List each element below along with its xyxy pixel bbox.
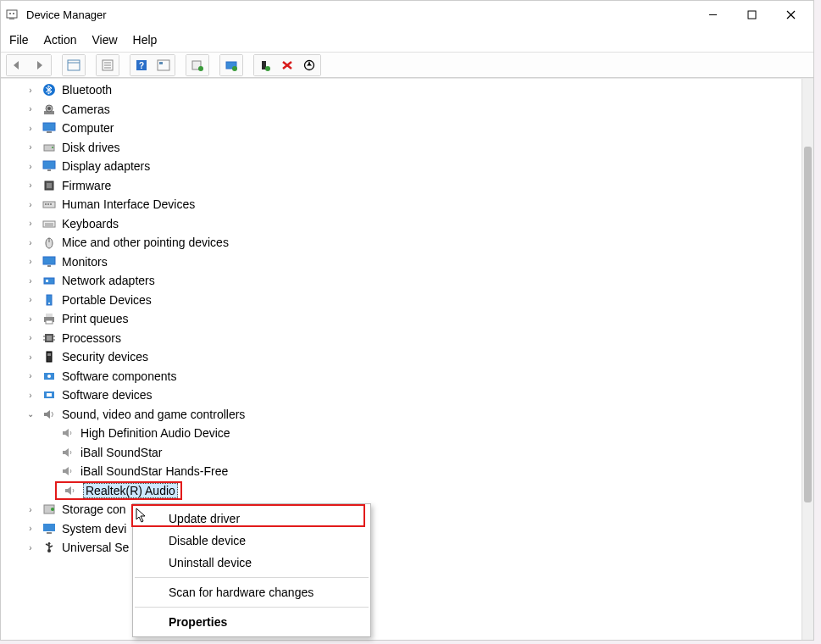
firmware-icon xyxy=(42,178,57,193)
svg-point-67 xyxy=(47,375,51,378)
tree-category[interactable]: ›Mice and other pointing devices xyxy=(1,233,802,253)
tree-label: Monitors xyxy=(62,255,108,269)
toolbar-enable-device-button[interactable] xyxy=(254,55,276,75)
toolbar-help-button[interactable]: ? xyxy=(130,55,153,75)
toolbar-back-button[interactable] xyxy=(7,55,29,75)
expand-icon[interactable]: › xyxy=(25,314,36,324)
expand-icon[interactable]: › xyxy=(25,104,36,114)
tree-category[interactable]: ›Security devices xyxy=(1,347,802,367)
expand-icon[interactable]: › xyxy=(25,295,36,304)
expand-icon[interactable]: › xyxy=(25,333,36,342)
scrollbar-thumb[interactable] xyxy=(804,147,812,502)
tree-category[interactable]: ›Universal Se xyxy=(1,538,802,558)
expand-icon[interactable]: › xyxy=(25,505,36,514)
tree-category[interactable]: ›Display adapters xyxy=(1,157,802,176)
print-icon xyxy=(42,311,57,326)
expand-icon[interactable]: › xyxy=(25,142,36,152)
context-menu-item[interactable]: Update driver xyxy=(133,508,370,530)
menu-view[interactable]: View xyxy=(92,33,117,47)
menu-help[interactable]: Help xyxy=(133,33,158,47)
svg-point-54 xyxy=(48,303,50,304)
toolbar-scan-button[interactable] xyxy=(186,55,208,75)
toolbar-disable-device-button[interactable] xyxy=(298,55,320,75)
tree-category[interactable]: ›Computer xyxy=(1,119,802,138)
svg-rect-51 xyxy=(44,278,54,284)
toolbar-update-driver-button[interactable] xyxy=(220,55,242,75)
expand-icon[interactable]: › xyxy=(25,124,36,133)
toolbar-properties-button[interactable] xyxy=(97,55,119,75)
tree-category[interactable]: ›Print queues xyxy=(1,309,802,329)
expand-icon[interactable]: › xyxy=(25,543,36,552)
tree-category[interactable]: ›Software components xyxy=(1,367,802,386)
monitor-icon xyxy=(42,254,57,269)
display-icon xyxy=(42,158,57,174)
tree-label: iBall SoundStar Hands-Free xyxy=(80,464,228,478)
tree-category[interactable]: ›Human Interface Devices xyxy=(1,195,802,214)
svg-marker-27 xyxy=(307,63,312,66)
context-menu-item[interactable]: Uninstall device xyxy=(133,552,370,574)
tree-category[interactable]: ›System devi xyxy=(1,519,802,539)
context-menu-item[interactable]: Scan for hardware changes xyxy=(133,581,370,603)
toolbar-uninstall-device-button[interactable] xyxy=(276,55,298,75)
expand-icon[interactable]: › xyxy=(25,257,36,266)
vertical-scrollbar[interactable] xyxy=(802,79,813,640)
speaker-icon xyxy=(63,483,78,498)
tree-category[interactable]: ›Monitors xyxy=(1,253,802,272)
portable-icon xyxy=(42,292,57,308)
toolbar-action-button[interactable] xyxy=(153,55,175,75)
expand-icon[interactable]: › xyxy=(25,162,36,171)
expand-icon[interactable]: › xyxy=(25,200,36,209)
maximize-button[interactable] xyxy=(732,2,771,27)
svg-point-3 xyxy=(13,13,14,14)
tree-category[interactable]: ›Software devices xyxy=(1,386,802,405)
tree-category[interactable]: ›Portable Devices xyxy=(1,291,802,310)
expand-icon[interactable]: › xyxy=(25,276,36,286)
tree-category[interactable]: ›Storage con xyxy=(1,500,802,519)
expand-icon[interactable]: › xyxy=(25,371,36,380)
tree-device[interactable]: iBall SoundStar xyxy=(1,443,802,463)
menu-file[interactable]: File xyxy=(9,33,29,47)
svg-rect-1 xyxy=(9,18,14,19)
toolbar-show-hide-tree-button[interactable] xyxy=(63,55,85,75)
svg-rect-42 xyxy=(47,203,49,205)
tree-device[interactable]: Realtek(R) Audio xyxy=(1,481,802,501)
context-menu-item[interactable]: Disable device xyxy=(133,530,370,552)
svg-rect-57 xyxy=(46,320,53,324)
device-tree[interactable]: ›Bluetooth›Cameras›Computer›Disk drives›… xyxy=(1,79,802,640)
tree-category[interactable]: ⌄Sound, video and game controllers xyxy=(1,405,802,425)
tree-category[interactable]: ›Cameras xyxy=(1,100,802,119)
tree-category[interactable]: ›Bluetooth xyxy=(1,80,802,100)
tree-device[interactable]: iBall SoundStar Hands-Free xyxy=(1,462,802,481)
tree-label: System devi xyxy=(62,522,126,536)
tree-category[interactable]: ›Disk drives xyxy=(1,138,802,158)
tree-category[interactable]: ›Network adapters xyxy=(1,271,802,291)
expand-icon[interactable]: › xyxy=(25,86,36,95)
expand-icon[interactable]: › xyxy=(25,238,36,247)
tree-device[interactable]: High Definition Audio Device xyxy=(1,424,802,443)
tree-category[interactable]: ›Processors xyxy=(1,329,802,348)
svg-rect-65 xyxy=(47,353,51,356)
svg-rect-33 xyxy=(47,131,52,133)
expand-icon[interactable]: › xyxy=(25,524,36,533)
toolbar-forward-button[interactable] xyxy=(29,55,51,75)
tree-label: Network adapters xyxy=(62,274,155,287)
svg-rect-73 xyxy=(47,532,52,534)
tree-label: Keyboards xyxy=(62,217,119,230)
svg-rect-50 xyxy=(47,265,51,267)
svg-rect-39 xyxy=(47,183,52,188)
tree-category[interactable]: ›Keyboards xyxy=(1,214,802,234)
expand-icon[interactable]: › xyxy=(25,353,36,362)
speaker-icon xyxy=(60,445,75,460)
context-menu: Update driverDisable deviceUninstall dev… xyxy=(132,503,371,637)
svg-rect-72 xyxy=(43,524,55,531)
expand-icon[interactable]: › xyxy=(25,180,36,190)
close-button[interactable] xyxy=(771,2,810,27)
expand-icon[interactable]: › xyxy=(25,391,36,400)
minimize-button[interactable] xyxy=(693,2,732,27)
menu-action[interactable]: Action xyxy=(44,33,77,47)
context-menu-item[interactable]: Properties xyxy=(133,611,370,633)
expand-icon[interactable]: › xyxy=(25,219,36,228)
expand-icon[interactable]: ⌄ xyxy=(25,409,36,419)
tree-category[interactable]: ›Firmware xyxy=(1,176,802,196)
svg-point-71 xyxy=(51,508,54,511)
